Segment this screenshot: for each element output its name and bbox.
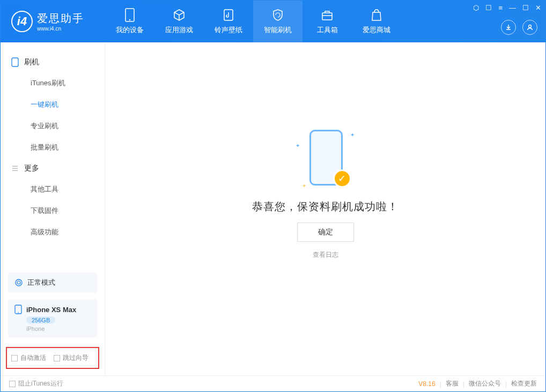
checkbox-label: 跳过向导 xyxy=(63,353,88,363)
checkbox-label: 自动激活 xyxy=(20,353,46,363)
device-type: iPhone xyxy=(26,326,91,332)
phone-icon xyxy=(123,8,137,22)
minimize-button[interactable]: — xyxy=(509,4,516,12)
bag-icon xyxy=(370,8,383,22)
list-icon xyxy=(11,165,19,172)
checkbox-auto-activate[interactable]: 自动激活 xyxy=(11,353,46,363)
nav-my-device[interactable]: 我的设备 xyxy=(105,1,154,42)
app-subtitle: www.i4.cn xyxy=(37,26,84,32)
app-logo-icon: i4 xyxy=(11,11,33,32)
svg-rect-5 xyxy=(12,58,18,66)
toolbox-icon xyxy=(320,8,334,22)
svg-point-4 xyxy=(529,25,532,28)
checkbox-icon xyxy=(11,355,18,361)
sidebar-item-itunes-flash[interactable]: iTunes刷机 xyxy=(1,72,105,94)
nav-label: 工具箱 xyxy=(317,25,338,35)
logo-section: i4 爱思助手 www.i4.cn xyxy=(1,11,105,32)
svg-point-1 xyxy=(129,19,130,20)
sparkle-icon: ✦ xyxy=(350,132,355,138)
footer-left: 阻止iTunes运行 xyxy=(9,379,63,388)
separator: | xyxy=(463,380,464,388)
nav-label: 我的设备 xyxy=(116,25,144,35)
mode-box[interactable]: 正常模式 xyxy=(8,272,97,293)
device-phone-icon xyxy=(14,305,22,314)
version-label: V8.16 xyxy=(418,380,435,388)
nav-smart-flash[interactable]: 智能刷机 xyxy=(253,1,302,42)
sidebar-item-other-tools[interactable]: 其他工具 xyxy=(1,179,105,200)
checkbox-block-itunes[interactable]: 阻止iTunes运行 xyxy=(9,379,63,388)
sidebar-item-advanced[interactable]: 高级功能 xyxy=(1,221,105,243)
main-nav: 我的设备 应用游戏 铃声壁纸 智能刷机 工具箱 爱思商城 xyxy=(105,1,401,42)
group-title: 更多 xyxy=(24,164,39,173)
device-box[interactable]: iPhone XS Max 256GB iPhone xyxy=(8,299,97,337)
highlighted-options-box: 自动激活 跳过向导 xyxy=(6,347,99,369)
checkbox-icon xyxy=(9,381,16,387)
nav-toolbox[interactable]: 工具箱 xyxy=(302,1,352,42)
sidebar-group-more: 更多 xyxy=(1,158,105,179)
svg-point-6 xyxy=(16,279,22,286)
window-controls: ⬡ ☐ ≡ — ☐ ✕ xyxy=(473,4,541,12)
mode-label: 正常模式 xyxy=(27,278,55,287)
sync-icon xyxy=(14,278,23,287)
footer-right: V8.16 | 客服 | 微信公众号 | 检查更新 xyxy=(418,379,537,388)
app-title: 爱思助手 xyxy=(37,11,84,26)
sidebar-item-pro-flash[interactable]: 专业刷机 xyxy=(1,115,105,137)
check-badge-icon: ✓ xyxy=(333,169,351,188)
cube-icon xyxy=(172,8,186,22)
status-bar: 阻止iTunes运行 V8.16 | 客服 | 微信公众号 | 检查更新 xyxy=(1,375,545,391)
nav-label: 应用游戏 xyxy=(165,25,193,35)
nav-label: 铃声壁纸 xyxy=(215,25,242,35)
menu-icon[interactable]: ≡ xyxy=(498,4,503,12)
sidebar-group-flash: 刷机 xyxy=(1,52,105,72)
check-update-link[interactable]: 检查更新 xyxy=(511,379,537,388)
download-button[interactable] xyxy=(501,20,516,35)
music-file-icon xyxy=(222,8,235,22)
checkbox-skip-guide[interactable]: 跳过向导 xyxy=(54,353,88,363)
nav-store[interactable]: 爱思商城 xyxy=(352,1,401,42)
checkbox-label: 阻止iTunes运行 xyxy=(18,379,63,388)
main-content: ✦ ✦ ✦ ✓ 恭喜您，保资料刷机成功啦！ 确定 查看日志 xyxy=(105,42,545,375)
shirt-icon[interactable]: ⬡ xyxy=(473,4,479,12)
success-message: 恭喜您，保资料刷机成功啦！ xyxy=(252,199,399,214)
user-button[interactable] xyxy=(522,20,537,35)
checkbox-icon xyxy=(54,355,60,361)
svg-rect-3 xyxy=(322,13,332,20)
header-right-buttons xyxy=(501,20,537,35)
nav-label: 智能刷机 xyxy=(264,25,292,35)
support-link[interactable]: 客服 xyxy=(446,379,459,388)
download-icon xyxy=(505,24,512,31)
sidebar-item-download-firmware[interactable]: 下载固件 xyxy=(1,200,105,221)
user-icon xyxy=(526,24,534,31)
sidebar-item-oneclick-flash[interactable]: 一键刷机 xyxy=(1,94,105,115)
group-title: 刷机 xyxy=(24,57,39,67)
sparkle-icon: ✦ xyxy=(302,183,306,189)
feedback-icon[interactable]: ☐ xyxy=(485,4,492,12)
device-name: iPhone XS Max xyxy=(26,306,76,314)
nav-label: 爱思商城 xyxy=(363,25,390,35)
separator: | xyxy=(440,380,441,388)
separator: | xyxy=(505,380,507,388)
sidebar-item-batch-flash[interactable]: 批量刷机 xyxy=(1,137,105,158)
view-log-link[interactable]: 查看日志 xyxy=(313,250,338,260)
sidebar: 刷机 iTunes刷机 一键刷机 专业刷机 批量刷机 更多 其他工具 下载固件 … xyxy=(1,42,105,375)
ok-button[interactable]: 确定 xyxy=(297,223,354,242)
svg-point-8 xyxy=(18,312,19,313)
wechat-link[interactable]: 微信公众号 xyxy=(469,379,501,388)
logo-text: 爱思助手 www.i4.cn xyxy=(37,11,84,32)
app-header: i4 爱思助手 www.i4.cn 我的设备 应用游戏 铃声壁纸 智能刷机 工具… xyxy=(1,1,545,42)
phone-small-icon xyxy=(11,57,19,67)
device-name-row: iPhone XS Max xyxy=(14,305,91,314)
nav-ringtone-wallpaper[interactable]: 铃声壁纸 xyxy=(204,1,253,42)
app-body: 刷机 iTunes刷机 一键刷机 专业刷机 批量刷机 更多 其他工具 下载固件 … xyxy=(1,42,545,375)
maximize-button[interactable]: ☐ xyxy=(522,4,529,12)
sparkle-icon: ✦ xyxy=(296,143,300,149)
close-button[interactable]: ✕ xyxy=(535,4,541,12)
device-capacity: 256GB xyxy=(26,316,55,324)
refresh-shield-icon xyxy=(271,8,285,22)
success-illustration: ✦ ✦ ✦ ✓ xyxy=(299,127,352,191)
nav-apps-games[interactable]: 应用游戏 xyxy=(154,1,204,42)
